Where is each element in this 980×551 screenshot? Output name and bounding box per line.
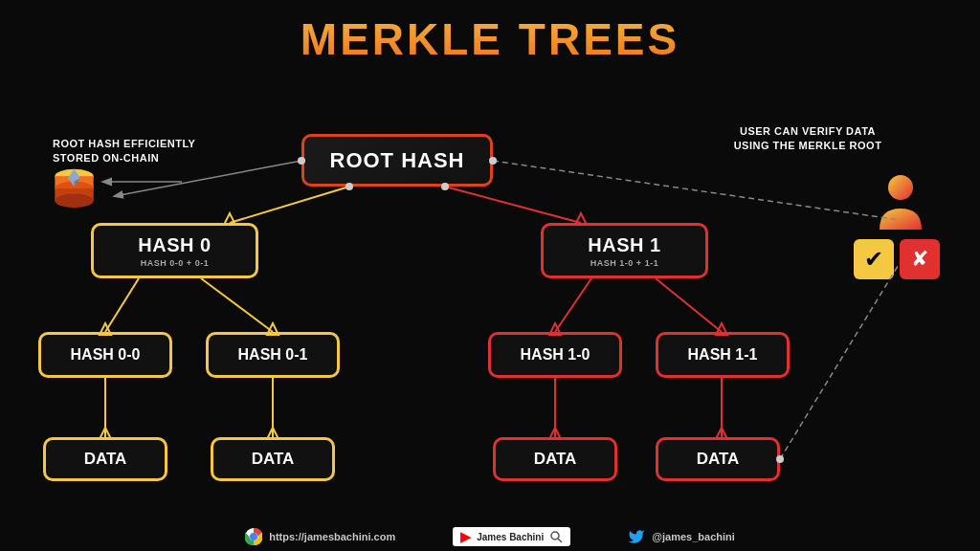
- data2-node: DATA: [493, 437, 617, 481]
- footer-twitter: @james_bachini: [628, 528, 735, 545]
- svg-line-16: [445, 187, 581, 223]
- search-icon: [549, 530, 563, 543]
- svg-point-39: [250, 533, 257, 540]
- footer-youtube: ▶ James Bachini: [453, 527, 570, 546]
- annotation-right: USER CAN VERIFY DATA USING THE MERKLE RO…: [726, 124, 889, 154]
- svg-line-23: [555, 278, 591, 332]
- ethereum-icon: [48, 167, 100, 220]
- footer: https://jamesbachini.com ▶ James Bachini…: [0, 522, 980, 551]
- check-icon: ✔: [854, 239, 894, 279]
- svg-line-19: [105, 278, 139, 332]
- verify-boxes: ✔ ✘: [854, 239, 940, 279]
- footer-website: https://jamesbachini.com: [245, 528, 395, 545]
- person-icon: [875, 172, 927, 234]
- hash10-node: HASH 1-0: [488, 332, 622, 378]
- data1-node: DATA: [211, 437, 335, 481]
- root-hash-node: ROOT HASH: [301, 134, 493, 187]
- svg-line-36: [780, 263, 900, 459]
- svg-line-25: [656, 278, 722, 332]
- svg-line-13: [230, 187, 349, 223]
- svg-line-21: [201, 278, 273, 332]
- svg-point-4: [55, 194, 93, 209]
- svg-line-41: [558, 539, 562, 542]
- hash11-node: HASH 1-1: [656, 332, 790, 378]
- hash1-node: HASH 1 HASH 1-0 + 1-1: [541, 223, 708, 278]
- page-title: MERKLE TREES: [0, 0, 980, 65]
- hash01-node: HASH 0-1: [206, 332, 340, 378]
- data3-node: DATA: [656, 437, 780, 481]
- twitter-icon: [628, 528, 645, 545]
- data0-node: DATA: [43, 437, 167, 481]
- chrome-icon: [245, 528, 262, 545]
- x-icon: ✘: [900, 239, 940, 279]
- svg-point-40: [551, 532, 559, 540]
- svg-point-8: [888, 175, 913, 200]
- youtube-icon: ▶: [460, 529, 471, 544]
- hash0-node: HASH 0 HASH 0-0 + 0-1: [91, 223, 258, 278]
- annotation-left: ROOT HASH EFFICIENTLY STORED ON-CHAIN: [53, 137, 215, 166]
- svg-line-11: [493, 161, 900, 220]
- hash00-node: HASH 0-0: [38, 332, 172, 378]
